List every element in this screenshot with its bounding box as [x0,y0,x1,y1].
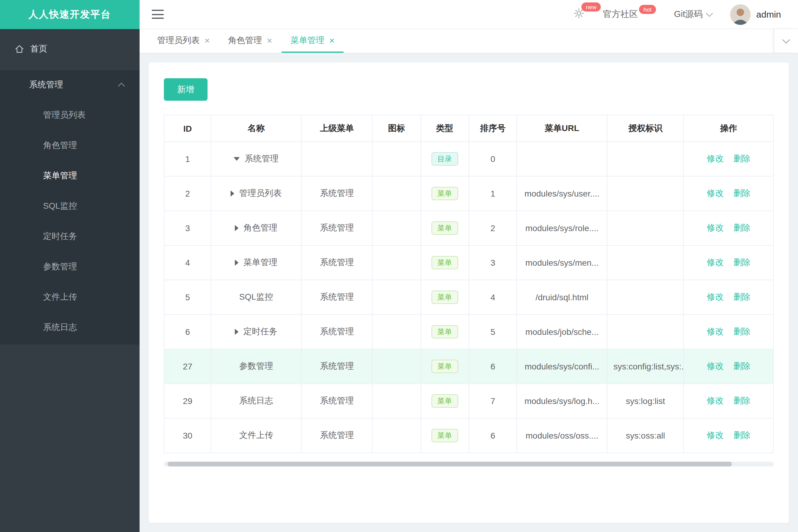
tab-label: 菜单管理 [290,35,324,46]
column-header-5: 排序号 [469,115,517,141]
name-wrap: SQL监控 [218,292,295,303]
cell-url: modules/sys/user.... [517,176,607,211]
edit-link[interactable]: 修改 [707,396,724,405]
cell-type: 目录 [421,141,469,176]
settings-button[interactable]: new [574,8,585,21]
sidebar-subitem-4[interactable]: 定时任务 [0,221,140,251]
expand-arrow-icon[interactable] [230,190,234,196]
expand-arrow-icon[interactable] [235,260,239,266]
table-row: 6定时任务系统管理菜单5modules/job/sche...修改删除 [164,315,774,349]
cell-type: 菜单 [421,211,469,245]
edit-link[interactable]: 修改 [707,326,724,336]
type-badge: 菜单 [431,290,458,304]
tabs-collapse-button[interactable] [774,29,798,53]
table-row: 2管理员列表系统管理菜单1modules/sys/user....修改删除 [164,176,774,211]
delete-link[interactable]: 删除 [734,326,750,336]
edit-link[interactable]: 修改 [707,223,724,232]
expand-arrow-icon[interactable] [235,225,239,231]
edit-link[interactable]: 修改 [707,257,724,267]
sidebar-subitem-5[interactable]: 参数管理 [0,251,140,282]
community-label: 官方社区 [603,8,638,20]
cell-name: 菜单管理 [211,245,301,280]
app-logo[interactable]: 人人快速开发平台 [0,0,140,29]
delete-link[interactable]: 删除 [734,188,750,198]
tab-0[interactable]: 管理员列表× [148,29,219,53]
chevron-down-icon [782,36,790,43]
tab-2[interactable]: 菜单管理× [281,29,344,53]
menu-name: 管理员列表 [239,188,282,199]
delete-link[interactable]: 删除 [734,153,750,163]
type-badge: 菜单 [431,256,458,269]
menu-name: 系统日志 [239,396,273,406]
cell-url [517,141,607,176]
cell-perm [607,280,684,315]
sidebar-subitem-1[interactable]: 角色管理 [0,130,140,160]
table-row: 30文件上传系统管理菜单6modules/oss/oss....sys:oss:… [164,418,774,453]
cell-parent: 系统管理 [301,349,373,384]
delete-link[interactable]: 删除 [734,430,750,440]
sidebar-subitem-3[interactable]: SQL监控 [0,190,140,221]
cell-name: 角色管理 [211,211,301,245]
sidebar-group-title[interactable]: 系统管理 [0,70,140,99]
delete-link[interactable]: 删除 [734,396,750,405]
cell-url: modules/job/sche... [517,315,607,349]
menu-name: SQL监控 [239,292,273,303]
table-row: 29系统日志系统管理菜单7modules/sys/log.h...sys:log… [164,384,774,418]
cell-parent: 系统管理 [301,418,373,453]
scrollbar-thumb[interactable] [167,462,731,467]
user-menu[interactable]: admin [730,4,781,24]
add-button[interactable]: 新增 [164,78,207,101]
sidebar-item-home[interactable]: 首页 [0,35,140,63]
cell-icon [373,211,421,245]
column-header-7: 授权标识 [607,115,684,141]
tab-1[interactable]: 角色管理× [219,29,282,53]
type-badge: 菜单 [431,187,458,200]
cell-actions: 修改删除 [684,176,774,211]
cell-perm [607,141,684,176]
expand-arrow-icon[interactable] [234,157,240,161]
horizontal-scrollbar[interactable] [164,462,774,467]
table-row: 1系统管理目录0修改删除 [164,141,774,176]
cell-order: 1 [469,176,517,211]
chevron-up-icon [118,83,125,90]
sidebar-subitem-2[interactable]: 菜单管理 [0,160,140,190]
column-header-8: 操作 [684,115,774,141]
cell-id: 4 [164,245,211,280]
name-wrap: 菜单管理 [218,257,295,268]
delete-link[interactable]: 删除 [734,257,750,267]
menu-toggle-icon[interactable] [152,10,164,19]
cell-url: modules/sys/log.h... [517,384,607,418]
sidebar-subitem-0[interactable]: 管理员列表 [0,99,140,130]
cell-icon [373,245,421,280]
cell-perm [607,176,684,211]
cell-actions: 修改删除 [684,384,774,418]
delete-link[interactable]: 删除 [734,292,750,302]
name-wrap: 文件上传 [218,430,295,441]
tab-close-icon[interactable]: × [204,36,210,45]
type-badge: 菜单 [431,394,458,407]
edit-link[interactable]: 修改 [707,188,724,198]
delete-link[interactable]: 删除 [734,361,750,370]
cell-perm [607,211,684,245]
cell-id: 6 [164,315,211,349]
cell-parent: 系统管理 [301,280,373,315]
cell-parent [301,141,373,176]
sidebar-subitem-6[interactable]: 文件上传 [0,282,140,312]
type-badge: 目录 [431,152,458,166]
delete-link[interactable]: 删除 [734,223,750,232]
avatar [730,4,751,24]
sidebar-group-label: 系统管理 [29,79,63,90]
sidebar-home-label: 首页 [30,44,47,55]
name-wrap: 系统管理 [218,153,295,165]
tab-close-icon[interactable]: × [267,36,273,45]
cell-type: 菜单 [421,418,469,453]
community-link[interactable]: 官方社区 hot [603,8,656,20]
tab-close-icon[interactable]: × [329,36,335,45]
sidebar-subitem-7[interactable]: 系统日志 [0,312,140,342]
edit-link[interactable]: 修改 [707,292,724,302]
edit-link[interactable]: 修改 [707,153,724,163]
edit-link[interactable]: 修改 [707,430,724,440]
edit-link[interactable]: 修改 [707,361,724,370]
git-source-link[interactable]: Git源码 [674,8,712,20]
expand-arrow-icon[interactable] [235,329,239,335]
